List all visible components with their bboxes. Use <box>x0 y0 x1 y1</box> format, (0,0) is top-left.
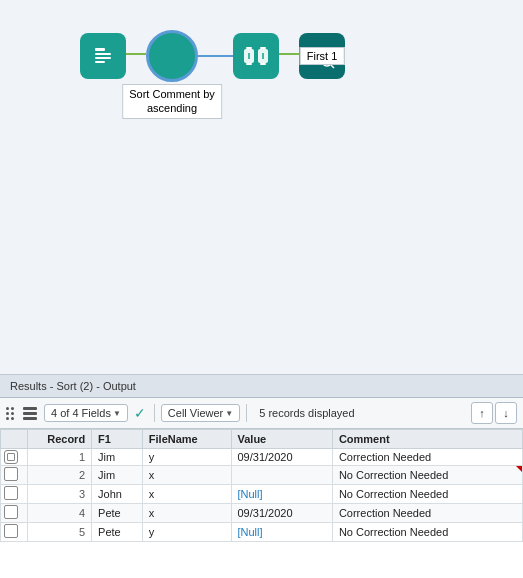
row-checkbox-cell[interactable] <box>1 449 28 466</box>
cell-filename: y <box>142 449 231 466</box>
data-table-container[interactable]: Record F1 FileName Value Comment 1Jimy09… <box>0 429 523 542</box>
workflow-canvas: Sort Comment byascending <box>0 0 523 375</box>
cell-comment: No Correction Needed <box>332 485 522 504</box>
filter-node[interactable] <box>233 33 279 79</box>
svg-rect-27 <box>23 417 37 420</box>
cell-filename: x <box>142 466 231 485</box>
cell-filename: x <box>142 485 231 504</box>
connector-2 <box>198 55 233 57</box>
input-node[interactable] <box>80 33 126 79</box>
sort-down-button[interactable]: ↓ <box>495 402 517 424</box>
table-row: 4Petex09/31/2020Correction Needed <box>1 504 523 523</box>
table-header-row: Record F1 FileName Value Comment <box>1 430 523 449</box>
row-checkbox-cell[interactable] <box>1 466 28 485</box>
cell-record: 5 <box>27 523 92 542</box>
cell-comment: Correction Needed <box>332 504 522 523</box>
separator-1 <box>154 404 155 422</box>
sort-node-wrapper: Sort Comment byascending <box>146 30 198 82</box>
viewer-chevron: ▼ <box>225 409 233 418</box>
th-record: Record <box>27 430 92 449</box>
th-checkbox <box>1 430 28 449</box>
results-panel: Results - Sort (2) - Output 4 of 4 Field… <box>0 375 523 578</box>
cell-comment: No Correction Needed <box>332 466 522 485</box>
cell-f1: Pete <box>92 523 143 542</box>
sort-arrows: ↑ ↓ <box>471 402 517 424</box>
sort-icon <box>146 30 198 82</box>
cell-record: 2 <box>27 466 92 485</box>
row-checkbox-cell[interactable] <box>1 485 28 504</box>
svg-rect-4 <box>95 61 105 63</box>
svg-rect-25 <box>23 407 37 410</box>
svg-rect-15 <box>260 63 266 65</box>
table-row: 5Petey[Null]No Correction Needed <box>1 523 523 542</box>
fields-button[interactable]: 4 of 4 Fields ▼ <box>44 404 128 422</box>
svg-line-24 <box>331 65 334 68</box>
table-row: 1Jimy09/31/2020Correction Needed <box>1 449 523 466</box>
cell-comment: Correction Needed <box>332 449 522 466</box>
cell-record: 3 <box>27 485 92 504</box>
cell-value: [Null] <box>231 485 332 504</box>
svg-rect-11 <box>246 47 252 49</box>
results-toolbar: 4 of 4 Fields ▼ ✓ Cell Viewer ▼ 5 record… <box>0 398 523 429</box>
svg-rect-12 <box>246 63 252 65</box>
cell-comment: No Correction Needed <box>332 523 522 542</box>
input-icon <box>80 33 126 79</box>
fields-chevron: ▼ <box>113 409 121 418</box>
svg-rect-14 <box>260 47 266 49</box>
row-checkbox-cell[interactable] <box>1 523 28 542</box>
viewer-label: Cell Viewer <box>168 407 223 419</box>
separator-2 <box>246 404 247 422</box>
cell-value <box>231 466 332 485</box>
svg-rect-1 <box>95 48 105 51</box>
connector-1 <box>126 53 146 55</box>
table-row: 2JimxNo Correction Needed <box>1 466 523 485</box>
cell-record: 1 <box>27 449 92 466</box>
cell-f1: Pete <box>92 504 143 523</box>
data-table: Record F1 FileName Value Comment 1Jimy09… <box>0 429 523 542</box>
checkmark-icon: ✓ <box>134 405 146 421</box>
table-row: 3Johnx[Null]No Correction Needed <box>1 485 523 504</box>
th-value: Value <box>231 430 332 449</box>
cell-record: 4 <box>27 504 92 523</box>
cell-value: 09/31/2020 <box>231 504 332 523</box>
cell-filename: x <box>142 504 231 523</box>
svg-rect-3 <box>95 57 111 59</box>
svg-rect-2 <box>95 53 111 55</box>
sort-up-button[interactable]: ↑ <box>471 402 493 424</box>
fields-label: 4 of 4 Fields <box>51 407 111 419</box>
results-title: Results - Sort (2) - Output <box>10 380 136 392</box>
cell-filename: y <box>142 523 231 542</box>
sort-label: Sort Comment byascending <box>122 84 222 119</box>
cell-value: 09/31/2020 <box>231 449 332 466</box>
th-filename: FileName <box>142 430 231 449</box>
row-checkbox-cell[interactable] <box>1 504 28 523</box>
filter-icon <box>233 33 279 79</box>
viewer-button[interactable]: Cell Viewer ▼ <box>161 404 240 422</box>
sort-node[interactable]: Sort Comment byascending <box>146 30 198 82</box>
svg-rect-26 <box>23 412 37 415</box>
th-f1: F1 <box>92 430 143 449</box>
browse-label: First 1 <box>300 47 345 65</box>
svg-rect-5 <box>108 44 114 50</box>
th-comment: Comment <box>332 430 522 449</box>
cell-f1: John <box>92 485 143 504</box>
records-count: 5 records displayed <box>259 407 354 419</box>
svg-point-9 <box>174 52 182 60</box>
results-header: Results - Sort (2) - Output <box>0 375 523 398</box>
connector-3 <box>279 53 299 55</box>
workflow-diagram: Sort Comment byascending <box>80 30 345 82</box>
drag-handle <box>6 407 14 420</box>
cell-f1: Jim <box>92 449 143 466</box>
fields-selector-icon <box>22 405 38 421</box>
browse-node[interactable]: First 1 <box>299 33 345 79</box>
cell-f1: Jim <box>92 466 143 485</box>
cell-value: [Null] <box>231 523 332 542</box>
